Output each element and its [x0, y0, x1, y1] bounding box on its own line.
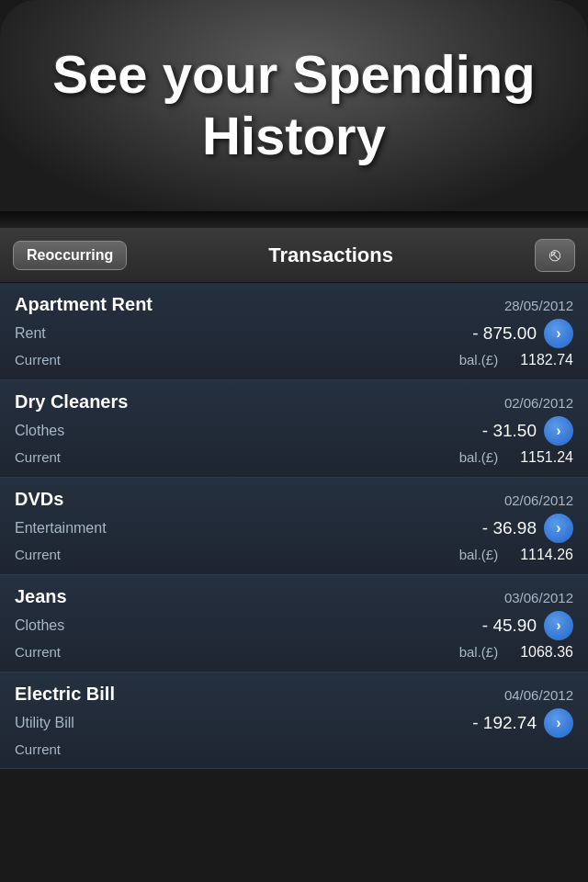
- tx-date: 28/05/2012: [504, 298, 573, 313]
- transactions-list: Apartment Rent 28/05/2012 Rent - 875.00 …: [0, 283, 588, 769]
- tx-balance-label: bal.(£): [459, 644, 499, 660]
- tx-current-label: Current: [15, 352, 61, 368]
- tx-category: Utility Bill: [15, 715, 74, 731]
- export-button[interactable]: ⎋: [535, 239, 575, 272]
- tx-date: 02/06/2012: [504, 395, 573, 411]
- tx-name: Dry Cleaners: [15, 391, 128, 413]
- tx-date: 02/06/2012: [504, 492, 573, 508]
- tx-date: 03/06/2012: [504, 590, 573, 605]
- transaction-item: Electric Bill 04/06/2012 Utility Bill - …: [0, 673, 588, 769]
- tx-current-label: Current: [15, 644, 61, 660]
- export-icon: ⎋: [549, 244, 560, 266]
- tx-balance-value: 1151.24: [520, 449, 573, 466]
- hero-title: See your Spending History: [34, 26, 553, 185]
- reoccurring-button[interactable]: Reoccurring: [13, 241, 127, 270]
- toolbar: Reoccurring Transactions ⎋: [0, 228, 588, 283]
- tx-amount: - 875.00: [472, 323, 537, 344]
- tx-date: 04/06/2012: [504, 687, 573, 703]
- tx-balance-label: bal.(£): [459, 449, 499, 465]
- phone-frame: See your Spending History Reoccurring Tr…: [0, 0, 588, 882]
- separator-bar: [0, 211, 588, 228]
- tx-chevron-button[interactable]: ›: [544, 611, 573, 640]
- tx-name: Electric Bill: [15, 684, 115, 705]
- tx-balance-label: bal.(£): [459, 547, 499, 562]
- toolbar-title: Transactions: [138, 243, 524, 267]
- tx-chevron-button[interactable]: ›: [544, 416, 573, 446]
- tx-balance-label: bal.(£): [459, 352, 499, 368]
- transaction-item: Apartment Rent 28/05/2012 Rent - 875.00 …: [0, 283, 588, 380]
- tx-category: Rent: [15, 325, 46, 342]
- hero-section: See your Spending History: [0, 0, 588, 211]
- tx-chevron-button[interactable]: ›: [544, 319, 573, 348]
- tx-balance-value: 1182.74: [520, 352, 573, 368]
- tx-amount: - 31.50: [482, 421, 537, 441]
- tx-category: Clothes: [15, 423, 64, 439]
- tx-balance-value: 1114.26: [520, 547, 573, 563]
- tx-name: Apartment Rent: [15, 294, 153, 315]
- tx-current-label: Current: [15, 449, 61, 465]
- tx-amount: - 192.74: [472, 713, 537, 733]
- tx-chevron-button[interactable]: ›: [544, 708, 573, 738]
- tx-amount: - 45.90: [482, 616, 537, 636]
- tx-chevron-button[interactable]: ›: [544, 514, 573, 543]
- tx-current-label: Current: [15, 547, 61, 562]
- tx-name: DVDs: [15, 489, 63, 510]
- tx-current-label: Current: [15, 741, 61, 757]
- transaction-item: DVDs 02/06/2012 Entertainment - 36.98 › …: [0, 478, 588, 575]
- transaction-item: Dry Cleaners 02/06/2012 Clothes - 31.50 …: [0, 380, 588, 478]
- tx-name: Jeans: [15, 586, 67, 607]
- tx-amount: - 36.98: [482, 518, 537, 538]
- tx-category: Entertainment: [15, 520, 107, 537]
- tx-balance-value: 1068.36: [520, 644, 573, 661]
- tx-category: Clothes: [15, 617, 64, 634]
- transaction-item: Jeans 03/06/2012 Clothes - 45.90 › Curre…: [0, 575, 588, 673]
